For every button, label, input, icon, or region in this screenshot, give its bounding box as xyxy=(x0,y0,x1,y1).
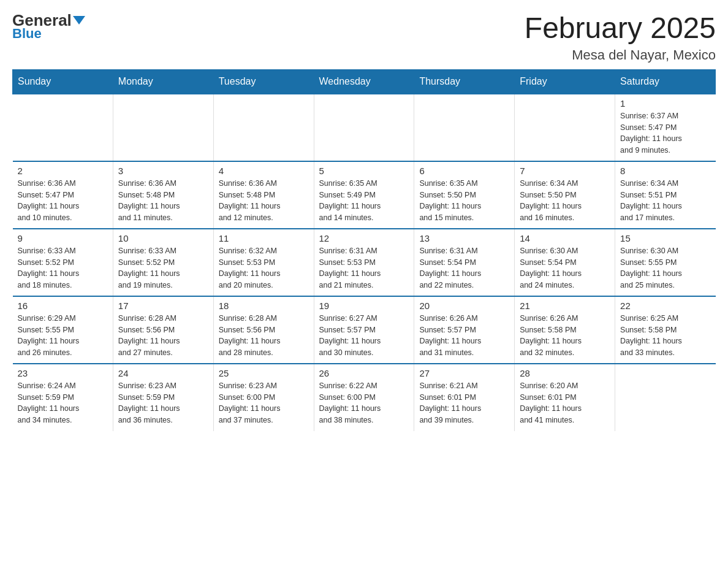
day-number: 28 xyxy=(520,368,610,378)
weekday-header-thursday: Thursday xyxy=(414,69,515,94)
day-info: Sunrise: 6:36 AM Sunset: 5:48 PM Dayligh… xyxy=(219,178,309,224)
day-info: Sunrise: 6:23 AM Sunset: 6:00 PM Dayligh… xyxy=(219,380,309,426)
day-info: Sunrise: 6:21 AM Sunset: 6:01 PM Dayligh… xyxy=(419,380,509,426)
calendar-day-cell: 18Sunrise: 6:28 AM Sunset: 5:56 PM Dayli… xyxy=(213,296,314,364)
day-info: Sunrise: 6:33 AM Sunset: 5:52 PM Dayligh… xyxy=(18,245,108,291)
calendar-day-cell: 16Sunrise: 6:29 AM Sunset: 5:55 PM Dayli… xyxy=(13,296,113,364)
calendar-week-row: 9Sunrise: 6:33 AM Sunset: 5:52 PM Daylig… xyxy=(13,229,716,296)
day-number: 2 xyxy=(18,166,108,176)
day-info: Sunrise: 6:24 AM Sunset: 5:59 PM Dayligh… xyxy=(18,380,108,426)
logo: General Blue xyxy=(12,12,85,42)
day-number: 8 xyxy=(620,166,710,176)
weekday-header-friday: Friday xyxy=(515,69,615,94)
day-number: 20 xyxy=(419,301,509,311)
day-info: Sunrise: 6:36 AM Sunset: 5:48 PM Dayligh… xyxy=(118,178,208,224)
day-number: 16 xyxy=(18,301,108,311)
day-number: 4 xyxy=(219,166,309,176)
day-number: 23 xyxy=(18,368,108,378)
calendar-day-cell: 9Sunrise: 6:33 AM Sunset: 5:52 PM Daylig… xyxy=(13,229,113,296)
calendar-header-row: SundayMondayTuesdayWednesdayThursdayFrid… xyxy=(13,69,716,94)
calendar-day-cell: 25Sunrise: 6:23 AM Sunset: 6:00 PM Dayli… xyxy=(213,364,314,431)
calendar-day-cell xyxy=(113,94,213,161)
day-number: 9 xyxy=(18,233,108,243)
day-info: Sunrise: 6:30 AM Sunset: 5:54 PM Dayligh… xyxy=(520,245,610,291)
calendar-day-cell: 11Sunrise: 6:32 AM Sunset: 5:53 PM Dayli… xyxy=(213,229,314,296)
calendar-day-cell: 19Sunrise: 6:27 AM Sunset: 5:57 PM Dayli… xyxy=(314,296,414,364)
calendar-subtitle: Mesa del Nayar, Mexico xyxy=(525,47,716,63)
calendar-day-cell: 14Sunrise: 6:30 AM Sunset: 5:54 PM Dayli… xyxy=(515,229,615,296)
day-info: Sunrise: 6:31 AM Sunset: 5:54 PM Dayligh… xyxy=(419,245,509,291)
day-number: 11 xyxy=(219,233,309,243)
calendar-day-cell: 21Sunrise: 6:26 AM Sunset: 5:58 PM Dayli… xyxy=(515,296,615,364)
calendar-day-cell: 5Sunrise: 6:35 AM Sunset: 5:49 PM Daylig… xyxy=(314,161,414,229)
calendar-week-row: 23Sunrise: 6:24 AM Sunset: 5:59 PM Dayli… xyxy=(13,364,716,431)
day-number: 14 xyxy=(520,233,610,243)
weekday-header-monday: Monday xyxy=(113,69,213,94)
logo-arrow-icon xyxy=(73,16,85,25)
calendar-day-cell xyxy=(414,94,515,161)
day-info: Sunrise: 6:25 AM Sunset: 5:58 PM Dayligh… xyxy=(620,313,710,359)
calendar-week-row: 16Sunrise: 6:29 AM Sunset: 5:55 PM Dayli… xyxy=(13,296,716,364)
day-number: 3 xyxy=(118,166,208,176)
calendar-day-cell: 6Sunrise: 6:35 AM Sunset: 5:50 PM Daylig… xyxy=(414,161,515,229)
calendar-week-row: 1Sunrise: 6:37 AM Sunset: 5:47 PM Daylig… xyxy=(13,94,716,161)
calendar-day-cell: 7Sunrise: 6:34 AM Sunset: 5:50 PM Daylig… xyxy=(515,161,615,229)
day-number: 13 xyxy=(419,233,509,243)
calendar-day-cell xyxy=(314,94,414,161)
day-info: Sunrise: 6:37 AM Sunset: 5:47 PM Dayligh… xyxy=(620,110,710,156)
calendar-day-cell: 17Sunrise: 6:28 AM Sunset: 5:56 PM Dayli… xyxy=(113,296,213,364)
day-number: 21 xyxy=(520,301,610,311)
day-info: Sunrise: 6:22 AM Sunset: 6:00 PM Dayligh… xyxy=(319,380,409,426)
calendar-table: SundayMondayTuesdayWednesdayThursdayFrid… xyxy=(12,69,716,431)
day-number: 6 xyxy=(419,166,509,176)
day-info: Sunrise: 6:27 AM Sunset: 5:57 PM Dayligh… xyxy=(319,313,409,359)
calendar-day-cell: 10Sunrise: 6:33 AM Sunset: 5:52 PM Dayli… xyxy=(113,229,213,296)
day-info: Sunrise: 6:26 AM Sunset: 5:58 PM Dayligh… xyxy=(520,313,610,359)
calendar-day-cell: 26Sunrise: 6:22 AM Sunset: 6:00 PM Dayli… xyxy=(314,364,414,431)
day-number: 17 xyxy=(118,301,208,311)
day-info: Sunrise: 6:34 AM Sunset: 5:50 PM Dayligh… xyxy=(520,178,610,224)
calendar-day-cell: 8Sunrise: 6:34 AM Sunset: 5:51 PM Daylig… xyxy=(615,161,716,229)
calendar-day-cell: 24Sunrise: 6:23 AM Sunset: 5:59 PM Dayli… xyxy=(113,364,213,431)
calendar-day-cell xyxy=(213,94,314,161)
calendar-day-cell: 22Sunrise: 6:25 AM Sunset: 5:58 PM Dayli… xyxy=(615,296,716,364)
day-info: Sunrise: 6:35 AM Sunset: 5:50 PM Dayligh… xyxy=(419,178,509,224)
day-number: 1 xyxy=(620,98,710,109)
calendar-day-cell: 12Sunrise: 6:31 AM Sunset: 5:53 PM Dayli… xyxy=(314,229,414,296)
calendar-day-cell: 27Sunrise: 6:21 AM Sunset: 6:01 PM Dayli… xyxy=(414,364,515,431)
calendar-day-cell xyxy=(515,94,615,161)
day-info: Sunrise: 6:28 AM Sunset: 5:56 PM Dayligh… xyxy=(118,313,208,359)
day-info: Sunrise: 6:28 AM Sunset: 5:56 PM Dayligh… xyxy=(219,313,309,359)
day-info: Sunrise: 6:32 AM Sunset: 5:53 PM Dayligh… xyxy=(219,245,309,291)
day-info: Sunrise: 6:31 AM Sunset: 5:53 PM Dayligh… xyxy=(319,245,409,291)
weekday-header-saturday: Saturday xyxy=(615,69,716,94)
calendar-title: February 2025 xyxy=(525,12,716,45)
day-info: Sunrise: 6:26 AM Sunset: 5:57 PM Dayligh… xyxy=(419,313,509,359)
day-number: 22 xyxy=(620,301,710,311)
calendar-day-cell: 2Sunrise: 6:36 AM Sunset: 5:47 PM Daylig… xyxy=(13,161,113,229)
calendar-day-cell xyxy=(13,94,113,161)
calendar-day-cell: 15Sunrise: 6:30 AM Sunset: 5:55 PM Dayli… xyxy=(615,229,716,296)
calendar-day-cell: 4Sunrise: 6:36 AM Sunset: 5:48 PM Daylig… xyxy=(213,161,314,229)
weekday-header-tuesday: Tuesday xyxy=(213,69,314,94)
day-info: Sunrise: 6:36 AM Sunset: 5:47 PM Dayligh… xyxy=(18,178,108,224)
calendar-day-cell: 23Sunrise: 6:24 AM Sunset: 5:59 PM Dayli… xyxy=(13,364,113,431)
day-number: 10 xyxy=(118,233,208,243)
title-block: February 2025 Mesa del Nayar, Mexico xyxy=(525,12,716,63)
day-info: Sunrise: 6:20 AM Sunset: 6:01 PM Dayligh… xyxy=(520,380,610,426)
day-number: 18 xyxy=(219,301,309,311)
weekday-header-wednesday: Wednesday xyxy=(314,69,414,94)
page-header: General Blue February 2025 Mesa del Naya… xyxy=(12,12,716,63)
calendar-day-cell: 13Sunrise: 6:31 AM Sunset: 5:54 PM Dayli… xyxy=(414,229,515,296)
day-info: Sunrise: 6:35 AM Sunset: 5:49 PM Dayligh… xyxy=(319,178,409,224)
day-number: 27 xyxy=(419,368,509,378)
day-number: 5 xyxy=(319,166,409,176)
day-number: 12 xyxy=(319,233,409,243)
calendar-week-row: 2Sunrise: 6:36 AM Sunset: 5:47 PM Daylig… xyxy=(13,161,716,229)
calendar-day-cell xyxy=(615,364,716,431)
day-number: 15 xyxy=(620,233,710,243)
day-number: 24 xyxy=(118,368,208,378)
day-number: 26 xyxy=(319,368,409,378)
day-number: 7 xyxy=(520,166,610,176)
day-info: Sunrise: 6:29 AM Sunset: 5:55 PM Dayligh… xyxy=(18,313,108,359)
